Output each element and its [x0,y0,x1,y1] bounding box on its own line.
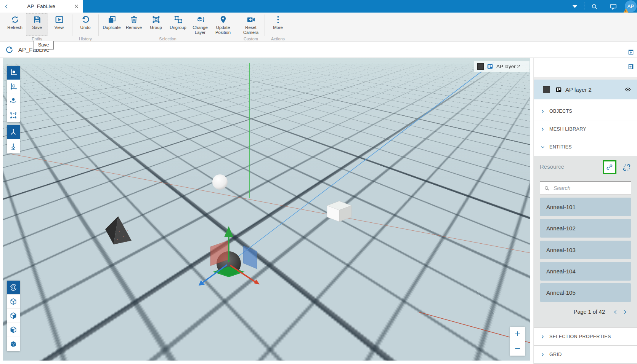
refresh-icon [10,15,20,24]
tripod-icon [9,128,18,136]
link-resource-button[interactable] [603,160,616,174]
move-tool-button[interactable] [7,66,20,80]
resource-list-item[interactable]: Anneal-105 [540,283,631,302]
scale-icon [9,111,18,120]
transform-gizmo[interactable] [199,226,260,286]
ungroup-button[interactable]: Ungroup [167,13,189,36]
active-tab[interactable]: AP_FabLive [0,0,83,13]
ribbon-separator [237,14,237,36]
axis-tripod-base-button[interactable] [7,139,20,153]
cube-left-face-icon [9,326,18,334]
chat-bubble-icon [610,3,617,10]
section-grid[interactable]: GRID [534,346,637,364]
change-layer-button[interactable]: Change Layer [189,13,211,36]
cube-wireframe-icon [9,297,18,306]
more-button[interactable]: More [267,13,289,36]
dropdown-caret-icon[interactable] [573,5,577,8]
chevron-right-icon [540,334,545,339]
more-dots-icon [273,15,283,24]
panel-divider [534,99,637,102]
search-icon [544,185,550,191]
search-button[interactable] [589,2,599,11]
button-label: Update Position [211,25,235,35]
back-button[interactable] [0,0,13,13]
resource-list-item[interactable]: Anneal-104 [540,262,631,281]
collapse-panel-icon[interactable] [628,64,634,70]
selected-layer-row[interactable]: AP layer 2 [534,80,637,99]
section-label: GRID [549,352,562,357]
section-selection-properties[interactable]: SELECTION PROPERTIES [534,327,637,346]
avatar[interactable]: AP [625,0,637,12]
scale-tool-button[interactable] [7,108,20,122]
ribbon-separator [291,14,291,36]
frame-toolbar [7,125,20,153]
wireframe-mode-button[interactable] [7,295,20,309]
link-icon [606,163,613,171]
group-button[interactable]: Group [145,13,167,36]
panel-toolbar [534,58,637,77]
resource-list-item[interactable]: Anneal-102 [540,219,631,238]
ribbon-group-selection: Duplicate Remove Group Ungroup Change La… [99,13,236,42]
section-mesh-library[interactable]: MESH LIBRARY [534,120,637,138]
collapse-ribbon-icon[interactable] [628,49,634,55]
unlink-icon[interactable] [622,163,631,172]
sphere-object[interactable] [212,174,228,190]
tab-close-button[interactable] [69,0,83,13]
chat-button[interactable] [608,2,618,11]
duplicate-button[interactable]: Duplicate [101,13,123,36]
ribbon-group-entity: Refresh Save View Entity [2,13,72,42]
shaded-left-mode-button[interactable] [7,323,20,337]
ribbon-group-actions: More Actions [265,13,290,42]
orbit-icon [9,283,18,292]
button-label: Ungroup [170,25,186,30]
move-axes-icon [9,69,18,77]
solid-mode-button[interactable] [7,337,20,351]
orbit-mode-button[interactable] [7,281,20,295]
viewport-layer-legend: AP layer 2 [474,61,529,72]
ribbon-group-label: Actions [265,36,290,42]
ungroup-icon [173,15,183,24]
resource-list-item[interactable]: Anneal-103 [540,241,631,259]
previous-page-icon[interactable] [613,309,618,315]
resource-search [540,181,631,195]
visibility-eye-icon[interactable] [624,86,631,93]
resource-list-item[interactable]: Anneal-101 [540,198,631,216]
cube-solid-icon [9,340,18,348]
remove-button[interactable]: Remove [123,13,145,36]
undo-button[interactable]: Undo [74,13,96,36]
button-label: Reset Camera [239,25,263,35]
pagination: Page 1 of 42 [534,305,637,318]
section-entities[interactable]: ENTITIES [534,138,637,156]
update-position-button[interactable]: Update Position [211,13,235,36]
location-pin-icon [218,15,228,24]
ribbon-group-history: Undo History [73,13,98,42]
button-label: More [273,25,283,30]
reset-camera-button[interactable]: Reset Camera [239,13,263,36]
shaded-right-mode-button[interactable] [7,309,20,323]
rotate-tool-button[interactable] [7,94,20,108]
axis-tripod-button[interactable] [7,125,20,139]
viewport-3d-canvas[interactable]: AP layer 2 + − [3,58,530,361]
tripod-base-icon [9,142,18,151]
resource-label: Resource [540,163,564,170]
save-button[interactable]: Save [26,13,48,36]
button-label: Undo [80,25,90,30]
layer-chip-icon [555,86,562,93]
cube-object[interactable] [327,201,351,222]
tab-title: AP_FabLive [13,3,69,9]
refresh-button[interactable]: Refresh [4,13,26,36]
zoom-in-button[interactable]: + [510,327,525,341]
view-button[interactable]: View [48,13,70,36]
close-icon [74,4,79,9]
entities-section-body: Resource Anneal-101 Anneal-102 Anneal-10… [534,156,637,327]
zoom-controls: + − [510,327,525,356]
pyramid-object[interactable] [105,216,132,244]
resource-search-input[interactable] [553,185,628,192]
grid-line-red [12,154,530,253]
zoom-out-button[interactable]: − [510,341,525,356]
layer-color-swatch [543,86,550,93]
rotate-icon [9,97,18,105]
next-page-icon[interactable] [622,309,628,315]
section-objects[interactable]: OBJECTS [534,102,637,120]
move-point-tool-button[interactable] [7,80,20,94]
